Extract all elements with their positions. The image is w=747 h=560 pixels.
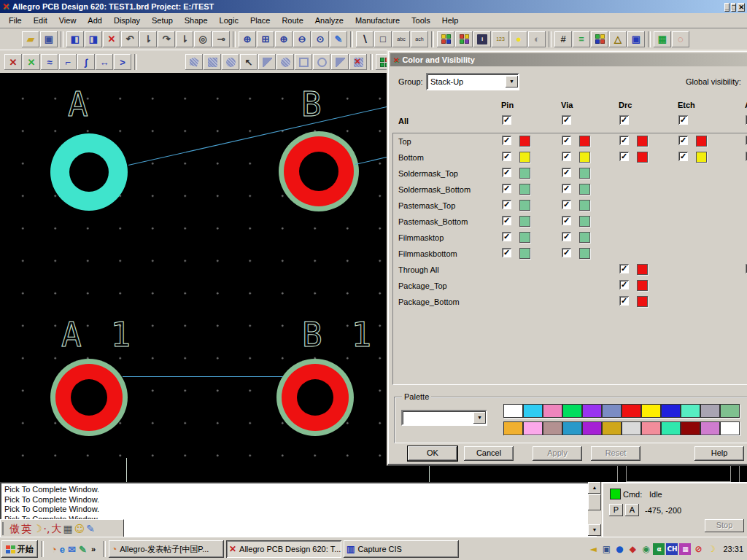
- color-dialog-icon[interactable]: [437, 31, 454, 47]
- properties-icon[interactable]: ▣: [627, 31, 645, 47]
- palette-swatch[interactable]: [602, 404, 622, 418]
- redo-icon[interactable]: ↷: [158, 31, 175, 47]
- zoom-window-icon[interactable]: ⊞: [257, 31, 274, 47]
- chevron-down-icon[interactable]: ▼: [506, 76, 518, 88]
- ime-punct-icon[interactable]: ·,: [44, 524, 50, 534]
- menu-tools[interactable]: Tools: [406, 15, 436, 27]
- dictionary-icon[interactable]: α: [653, 543, 665, 555]
- ime-lang-icon[interactable]: CH: [666, 543, 678, 555]
- absolute-button[interactable]: A: [625, 504, 639, 516]
- palette-swatch[interactable]: [523, 421, 543, 435]
- shape-void-rect-icon[interactable]: [295, 54, 312, 70]
- ie-icon[interactable]: e: [60, 544, 65, 555]
- scroll-down-button[interactable]: ▼: [588, 524, 601, 536]
- scroll-thumb[interactable]: [588, 494, 601, 510]
- palette-swatch[interactable]: [523, 404, 543, 418]
- palette-swatch[interactable]: [661, 404, 681, 418]
- select-cursor-icon[interactable]: ↖: [240, 54, 258, 70]
- palette-swatch[interactable]: [681, 404, 700, 418]
- messenger-icon[interactable]: ●: [614, 543, 625, 555]
- menu-file[interactable]: File: [3, 15, 28, 27]
- redraw-icon[interactable]: ✎: [330, 31, 347, 47]
- moon-icon[interactable]: ☽: [705, 543, 717, 555]
- antivirus-icon[interactable]: ◆: [627, 543, 638, 555]
- ime-pad-icon[interactable]: ✎: [86, 524, 95, 534]
- notes-icon[interactable]: ✎: [79, 544, 87, 555]
- zoom-fit-icon[interactable]: ⊙: [311, 31, 329, 47]
- highlight-dot-icon[interactable]: ●: [510, 31, 527, 47]
- shape-slice-icon[interactable]: [331, 54, 349, 70]
- pad-b1[interactable]: [276, 359, 354, 436]
- palette-swatch[interactable]: [700, 404, 720, 418]
- zoom-out-icon[interactable]: ⊖: [293, 31, 311, 47]
- menu-help[interactable]: Help: [436, 15, 465, 27]
- task-allegro-pcb[interactable]: ✕Allegro PCB Design 620: T...: [226, 540, 341, 558]
- shape-edit-icon[interactable]: [258, 54, 276, 70]
- unrats-all-icon[interactable]: ✕: [4, 54, 22, 70]
- palette-swatch[interactable]: [622, 421, 641, 435]
- start-button[interactable]: 开始: [1, 540, 38, 558]
- spin-icon[interactable]: ∫: [77, 54, 95, 70]
- quick-launch-overflow[interactable]: »: [91, 545, 96, 553]
- globe-icon[interactable]: ◉: [640, 543, 651, 555]
- firewall-icon[interactable]: ⊘: [692, 543, 704, 555]
- ime-keyboard-icon[interactable]: ▦: [63, 524, 72, 534]
- add-text-icon[interactable]: abc: [392, 31, 410, 47]
- menu-place[interactable]: Place: [244, 15, 276, 27]
- copy-icon[interactable]: ◧: [66, 31, 84, 47]
- menu-edit[interactable]: Edit: [28, 15, 53, 27]
- rats-all-icon[interactable]: ✕: [23, 54, 40, 70]
- palette-swatch[interactable]: [681, 421, 700, 435]
- input-style-icon[interactable]: ▦: [679, 543, 691, 555]
- menu-view[interactable]: View: [53, 15, 82, 27]
- help-button[interactable]: Help: [694, 446, 744, 461]
- shape-void-circle-icon[interactable]: [313, 54, 330, 70]
- close-button[interactable]: ✕: [738, 3, 745, 12]
- shape-delete-icon[interactable]: [349, 54, 367, 70]
- color-visibility-icon[interactable]: [591, 31, 608, 47]
- menu-route[interactable]: Route: [276, 15, 309, 27]
- palette-swatch[interactable]: [503, 404, 523, 418]
- highlight-icon[interactable]: ◎: [194, 31, 212, 47]
- menu-shape[interactable]: Shape: [179, 15, 214, 27]
- ime-size-icon[interactable]: 大: [51, 524, 61, 534]
- palette-swatch[interactable]: [562, 421, 582, 435]
- menu-analyze[interactable]: Analyze: [309, 15, 349, 27]
- zoom-point-icon[interactable]: ⊕: [239, 31, 256, 47]
- delete-icon[interactable]: ✕: [103, 31, 120, 47]
- open-icon[interactable]: ▰: [22, 31, 39, 47]
- volume-icon[interactable]: ◄: [587, 543, 599, 555]
- ok-button[interactable]: OK: [408, 446, 457, 461]
- menu-manufacture[interactable]: Manufacture: [349, 15, 406, 27]
- board-status-icon[interactable]: ▦: [654, 31, 671, 47]
- text-edit-icon[interactable]: ach: [411, 31, 428, 47]
- pad-a1[interactable]: [50, 359, 128, 436]
- scales-icon[interactable]: △: [609, 31, 627, 47]
- palette-swatch[interactable]: [543, 421, 562, 435]
- color-priority-icon[interactable]: [455, 31, 473, 47]
- all-drc-checkbox[interactable]: ✓: [619, 115, 629, 125]
- palette-swatch[interactable]: [562, 404, 582, 418]
- route-corner-icon[interactable]: ⌐: [59, 54, 77, 70]
- all-etch-checkbox[interactable]: ✓: [678, 115, 688, 125]
- task-allegro-forum[interactable]: ◔Allegro-发表帖子[中国P...: [109, 540, 224, 558]
- shape-rect-icon[interactable]: [204, 54, 221, 70]
- shadow-mode-icon[interactable]: ◐: [528, 31, 546, 47]
- stretch-icon[interactable]: ↔: [96, 54, 113, 70]
- palette-swatch[interactable]: [582, 404, 602, 418]
- pick-button[interactable]: P: [609, 504, 623, 516]
- info-icon[interactable]: i: [473, 31, 491, 47]
- palette-swatch[interactable]: [720, 404, 740, 418]
- ime-drag-handle[interactable]: [2, 522, 7, 535]
- menu-display[interactable]: Display: [108, 15, 146, 27]
- drc-update-icon[interactable]: ◌: [672, 31, 689, 47]
- shape-circle-icon[interactable]: [222, 54, 239, 70]
- slide-icon[interactable]: ≈: [41, 54, 58, 70]
- grid-toggle-icon[interactable]: #: [554, 31, 572, 47]
- palette-swatch[interactable]: [543, 404, 562, 418]
- palette-swatch[interactable]: [700, 421, 720, 435]
- palette-swatch[interactable]: [602, 421, 622, 435]
- ime-hand-icon[interactable]: ☺: [74, 524, 85, 534]
- group-select[interactable]: Stack-Up ▼: [426, 73, 519, 90]
- zoom-in-icon[interactable]: ⊕: [275, 31, 293, 47]
